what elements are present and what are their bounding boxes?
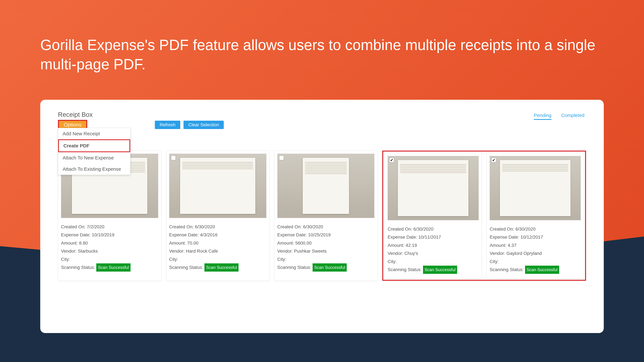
scan-status-badge: Scan Successful [312, 263, 347, 272]
status-tabs: Pending Completed [534, 113, 584, 120]
receipt-thumbnail [490, 156, 581, 220]
tab-pending[interactable]: Pending [534, 113, 552, 120]
clear-selection-button[interactable]: Clear Selection [184, 121, 224, 129]
receipt-image [500, 160, 570, 216]
select-checkbox[interactable] [389, 158, 394, 162]
receipt-thumbnail [169, 154, 266, 218]
receipt-meta: Created On: 6/30/2020 Expense Date: 10/1… [388, 225, 479, 274]
receipt-card[interactable]: Created On: 6/30/2020 Expense Date: 10/1… [486, 153, 584, 279]
receipt-image [302, 158, 349, 214]
refresh-button[interactable]: Refresh [155, 121, 180, 129]
marketing-headline: Gorilla Expense's PDF feature allows use… [40, 35, 604, 74]
receipt-meta: Created On: 7/2/2020 Expense Date: 10/10… [61, 223, 158, 272]
menu-attach-existing-expense[interactable]: Attach To Existing Expense [58, 163, 130, 175]
page-title: Receipt Box [58, 111, 586, 118]
receipt-card[interactable]: Created On: 6/30/2020 Expense Date: 10/2… [274, 151, 378, 281]
receipt-thumbnail [277, 154, 374, 218]
receipt-card[interactable]: Created On: 6/30/2020 Expense Date: 10/1… [384, 153, 482, 279]
tab-completed[interactable]: Completed [561, 113, 584, 120]
app-panel: Receipt Box Options Refresh Clear Select… [40, 100, 604, 333]
receipt-meta: Created On: 6/30/2020 Expense Date: 10/2… [277, 223, 374, 272]
select-checkbox[interactable] [171, 155, 176, 160]
receipt-thumbnail [388, 156, 479, 220]
scan-status-badge: Scan Successful [525, 266, 559, 274]
receipt-image [398, 160, 468, 216]
scan-status-badge: Scan Successful [204, 263, 238, 272]
menu-attach-new-expense[interactable]: Attach To New Expense [58, 152, 130, 163]
options-dropdown: Add New Receipt Create PDF Attach To New… [58, 128, 130, 175]
scan-status-badge: Scan Successful [96, 263, 130, 272]
scan-status-badge: Scan Successful [423, 266, 457, 274]
receipt-card[interactable]: Created On: 6/30/2020 Expense Date: 4/3/… [166, 151, 270, 281]
menu-create-pdf[interactable]: Create PDF [58, 139, 130, 152]
selected-receipts-highlight: Created On: 6/30/2020 Expense Date: 10/1… [382, 151, 586, 281]
select-checkbox[interactable] [279, 155, 284, 160]
receipt-meta: Created On: 6/30/2020 Expense Date: 10/1… [490, 225, 581, 274]
toolbar-row: Options Refresh Clear Selection [58, 120, 586, 130]
menu-add-new-receipt[interactable]: Add New Receipt [58, 128, 130, 139]
receipt-meta: Created On: 6/30/2020 Expense Date: 4/3/… [169, 223, 266, 272]
receipt-image [180, 158, 256, 214]
receipt-cards: Created On: 7/2/2020 Expense Date: 10/10… [58, 151, 586, 281]
select-checkbox[interactable] [492, 158, 496, 162]
